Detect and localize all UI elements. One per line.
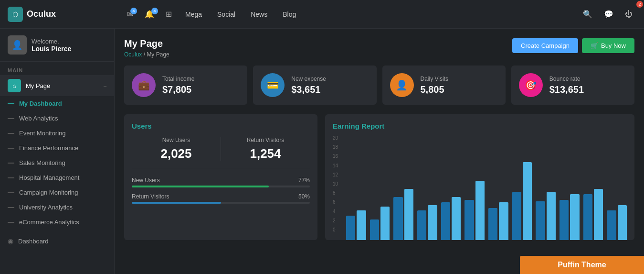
grid-nav-button[interactable]: ⊞ xyxy=(161,7,177,22)
stat-value: $3,651 xyxy=(291,84,326,95)
sidebar: 👤 Welcome, Louis Pierce Main ⌂ My Page –… xyxy=(0,29,115,274)
bar-dark xyxy=(346,216,355,240)
stat-info: New expense $3,651 xyxy=(291,76,326,95)
progress-bar-bg xyxy=(132,186,310,187)
user-name: Louis Pierce xyxy=(32,45,71,53)
stat-card-bounce-rate: 🎯 Bounce rate $13,651 xyxy=(511,66,634,105)
bar-dark xyxy=(393,197,402,240)
dash-line xyxy=(8,222,14,223)
puffin-theme-banner[interactable]: Puffin Theme xyxy=(520,256,644,274)
progress-bar-fill xyxy=(132,186,269,187)
users-panel: Users New Users 2,025 Return Visitors 1,… xyxy=(124,114,317,240)
y-label: 4 xyxy=(333,209,338,214)
sidebar-item-dashboard[interactable]: ◉ Dashboard xyxy=(0,233,114,249)
y-label: 16 xyxy=(333,153,338,159)
power-button[interactable]: ⏻ xyxy=(621,8,636,21)
section-label: Main xyxy=(0,62,114,75)
breadcrumb: Oculux / My Page xyxy=(124,51,169,58)
sidebar-item-label: University Analytics xyxy=(19,204,73,211)
topnav: ⬡ Oculux ✉ 4 🔔 4 ⊞ Mega Social News Blog… xyxy=(0,0,644,29)
progress-label: New Users xyxy=(132,177,160,184)
sidebar-item-label: Campaign Monitoring xyxy=(19,189,78,196)
home-icon: ⌂ xyxy=(8,79,21,92)
nav-link-news[interactable]: News xyxy=(244,8,274,21)
sidebar-item-label: eCommerce Analytics xyxy=(19,219,79,226)
bounce-rate-icon: 🎯 xyxy=(519,73,543,97)
bar-group xyxy=(583,189,603,240)
mail-nav-button[interactable]: ✉ 4 xyxy=(122,7,138,22)
bar-light xyxy=(523,162,532,240)
sidebar-item-label: Web Analytics xyxy=(19,115,58,122)
sidebar-item-label: Dashboard xyxy=(18,238,49,245)
bar-dark xyxy=(465,200,474,240)
nav-right: 🔍 💬 2 ⏻ xyxy=(579,8,636,21)
return-visitors-metric: Return Visitors 1,254 xyxy=(221,137,310,161)
bar-dark xyxy=(536,201,545,240)
welcome-text: Welcome, xyxy=(32,38,71,45)
sidebar-item-event-monitoring[interactable]: Event Monitoring xyxy=(0,126,114,141)
earning-panel-title: Earning Report xyxy=(333,122,627,130)
chat-button[interactable]: 💬 2 xyxy=(600,8,617,21)
breadcrumb-current: My Page xyxy=(147,51,169,58)
sidebar-item-my-dashboard[interactable]: My Dashboard xyxy=(0,96,114,111)
buy-now-button[interactable]: 🛒 Buy Now xyxy=(582,38,634,53)
logo-area: ⬡ Oculux xyxy=(8,7,122,22)
breadcrumb-home[interactable]: Oculux xyxy=(124,51,142,58)
page-header: My Page Oculux / My Page Create Campaign… xyxy=(124,38,634,58)
y-label: 10 xyxy=(333,181,338,186)
stat-label: Bounce rate xyxy=(549,76,584,82)
nav-link-social[interactable]: Social xyxy=(211,8,242,21)
stat-info: Total income $7,805 xyxy=(162,76,194,95)
dash-line xyxy=(8,207,14,208)
bar-group xyxy=(346,210,366,240)
progress-header: New Users 77% xyxy=(132,177,310,184)
bar-dark xyxy=(417,210,426,240)
new-users-metric: New Users 2,025 xyxy=(132,137,221,161)
new-users-label: New Users xyxy=(132,137,221,143)
stat-card-total-income: 💼 Total income $7,805 xyxy=(124,66,247,105)
sidebar-item-web-analytics[interactable]: Web Analytics xyxy=(0,111,114,126)
y-label: 0 xyxy=(333,227,338,232)
sidebar-item-label: My Page xyxy=(26,82,50,89)
stat-info: Daily Visits 5,805 xyxy=(421,76,448,95)
bell-nav-button[interactable]: 🔔 4 xyxy=(140,7,159,22)
stat-value: $7,805 xyxy=(162,84,194,95)
search-button[interactable]: 🔍 xyxy=(579,8,596,21)
earning-panel: Earning Report 20 18 16 14 12 10 8 6 4 2… xyxy=(325,114,634,240)
sidebar-item-ecommerce-analytics[interactable]: eCommerce Analytics xyxy=(0,215,114,230)
bar-light xyxy=(570,194,579,240)
sidebar-item-campaign-monitoring[interactable]: Campaign Monitoring xyxy=(0,185,114,200)
progress-bar-fill xyxy=(132,202,221,204)
main-layout: 👤 Welcome, Louis Pierce Main ⌂ My Page –… xyxy=(0,29,644,274)
bar-group xyxy=(488,202,508,240)
header-actions: Create Campaign 🛒 Buy Now xyxy=(512,38,634,53)
sidebar-item-hospital-management[interactable]: Hospital Management xyxy=(0,170,114,185)
sidebar-item-my-page[interactable]: ⌂ My Page – xyxy=(0,75,114,96)
bar-light xyxy=(380,207,390,240)
nav-link-mega[interactable]: Mega xyxy=(179,8,209,21)
cart-icon: 🛒 xyxy=(591,42,598,49)
y-label: 18 xyxy=(333,144,338,150)
stat-value: 5,805 xyxy=(421,84,448,95)
progress-header: Return Visitors 50% xyxy=(132,193,310,200)
bar-light xyxy=(594,189,603,240)
dash-line xyxy=(8,133,14,134)
bar-light xyxy=(475,181,485,240)
progress-item-return-visitors: Return Visitors 50% xyxy=(132,193,310,204)
sidebar-item-university-analytics[interactable]: University Analytics xyxy=(0,200,114,215)
sidebar-item-sales-monitoring[interactable]: Sales Monitoring xyxy=(0,155,114,170)
return-visitors-value: 1,254 xyxy=(221,146,310,161)
page-title-area: My Page Oculux / My Page xyxy=(124,38,169,58)
stat-value: $13,651 xyxy=(549,84,584,95)
progress-bar-bg xyxy=(132,202,310,204)
sidebar-item-finance-performance[interactable]: Finance Performance xyxy=(0,141,114,155)
users-panel-title: Users xyxy=(132,122,310,130)
progress-percent: 50% xyxy=(298,193,310,200)
return-visitors-label: Return Visitors xyxy=(221,137,310,143)
nav-link-blog[interactable]: Blog xyxy=(276,8,303,21)
users-metrics: New Users 2,025 Return Visitors 1,254 xyxy=(132,137,310,169)
bar-dark xyxy=(441,202,450,240)
create-campaign-button[interactable]: Create Campaign xyxy=(512,38,578,53)
bar-light xyxy=(547,192,556,240)
bar-light xyxy=(499,202,508,240)
